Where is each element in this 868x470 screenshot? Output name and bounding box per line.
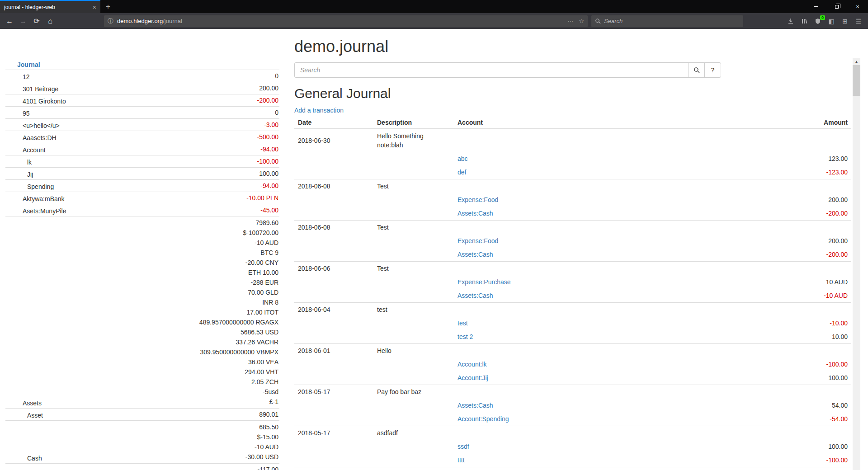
col-header-date: Date	[294, 117, 373, 129]
bookmark-star-icon[interactable]: ☆	[579, 18, 584, 24]
page-scrollbar[interactable]: ▲ ▼	[853, 58, 860, 470]
sidebar-account-link[interactable]: Aktywa:mBank	[23, 195, 65, 202]
posting-account-link[interactable]: test 2	[458, 333, 473, 340]
journal-header-row: Date Description Account Amount	[294, 117, 851, 129]
menu-button[interactable]: ☰	[852, 15, 865, 28]
sidebar-header-row: Journal	[5, 60, 279, 70]
posting-account-link[interactable]: Expense:Food	[458, 196, 498, 203]
window-controls: ×	[806, 0, 868, 13]
posting-row: Assets:Cash54.00	[294, 399, 851, 412]
transaction-description: Hello	[373, 344, 454, 358]
scrollbar-thumb[interactable]	[853, 65, 860, 96]
browser-tab[interactable]: journal - hledger-web ×	[0, 0, 100, 13]
transaction-date: 2018-06-30	[294, 129, 373, 152]
posting-amount: 10.00	[743, 330, 851, 344]
new-tab-button[interactable]: +	[100, 0, 116, 13]
page-actions-icon[interactable]: ⋯	[567, 18, 573, 24]
sidebar-accounts-body: 120301 Beiträge200.004101 Girokonto-200.…	[5, 70, 279, 470]
browser-search-bar[interactable]: Search	[591, 15, 743, 27]
posting-account-link[interactable]: Account:Jij	[458, 374, 488, 381]
search-submit-button[interactable]	[689, 62, 705, 78]
sidebar-account-link[interactable]: Jij	[27, 171, 33, 178]
sidebar-account-link[interactable]: Asset	[27, 412, 43, 419]
transaction-date: 2018-05-17	[294, 426, 373, 440]
apps-grid-button[interactable]: ⊞	[838, 15, 852, 28]
home-button[interactable]: ⌂	[43, 15, 57, 28]
posting-account-link[interactable]: Assets:Cash	[458, 402, 493, 409]
transaction-date: 2018-06-08	[294, 179, 373, 193]
sidebar-account-link[interactable]: Account	[23, 146, 46, 154]
tab-close-icon[interactable]: ×	[93, 4, 96, 10]
posting-account-link[interactable]: Assets:Cash	[458, 251, 493, 258]
posting-account-link[interactable]: Assets:Cash	[458, 292, 493, 299]
posting-account-link[interactable]: def	[458, 169, 466, 176]
reload-button[interactable]: ⟳	[30, 15, 43, 28]
url-bar[interactable]: ⓘ demo.hledger.org/journal ⋯ ☆	[104, 15, 588, 27]
sidebar-journal-link[interactable]: Journal	[17, 61, 40, 68]
section-title: General Journal	[294, 86, 851, 101]
browser-search-placeholder: Search	[604, 18, 623, 24]
sidebar-account-link[interactable]: lk	[27, 159, 32, 166]
sidebar-account-link[interactable]: Spending	[27, 183, 54, 190]
site-info-icon[interactable]: ⓘ	[108, 17, 113, 25]
account-balance: 309.950000000000 VBMPX	[125, 347, 278, 357]
posting-account-link[interactable]: Account:lk	[458, 361, 487, 368]
sidebar-account-link[interactable]: Cash	[27, 455, 42, 462]
search-icon	[693, 67, 700, 73]
account-balance: BTC 9	[125, 248, 278, 258]
posting-account-link[interactable]: Expense:Purchase	[458, 278, 511, 286]
posting-row: Account:Spending-54.00	[294, 412, 851, 426]
posting-amount: -200.00	[743, 207, 851, 221]
posting-account-link[interactable]: ssdf	[458, 443, 469, 450]
account-balance: -3.00	[125, 120, 278, 129]
account-balance: -10 AUD	[125, 238, 278, 248]
transaction-row: 2018-06-06Test	[294, 262, 851, 276]
back-button[interactable]: ←	[3, 15, 16, 28]
sidebar-account-link[interactable]: Aaasets:DH	[23, 134, 57, 141]
sidebar-account-link[interactable]: 95	[23, 110, 30, 117]
posting-amount: -100.00	[743, 453, 851, 467]
posting-account-link[interactable]: Assets:Cash	[458, 210, 493, 217]
scroll-up-arrow[interactable]: ▲	[853, 58, 860, 65]
col-header-amount: Amount	[743, 117, 851, 129]
account-balance: 890.01	[125, 410, 278, 419]
col-header-account: Account	[454, 117, 743, 129]
tab-title: journal - hledger-web	[4, 4, 89, 10]
posting-row: Expense:Purchase10 AUD	[294, 275, 851, 289]
posting-amount: 200.00	[743, 193, 851, 207]
sidebar-account-link[interactable]: Asets:MunyPile	[23, 207, 66, 215]
transaction-description: Hello Something note:blah	[373, 129, 454, 152]
sidebar-account-link[interactable]: Assets	[23, 400, 42, 407]
close-button[interactable]: ×	[847, 0, 868, 13]
library-icon	[801, 18, 807, 24]
journal-search-input[interactable]	[294, 62, 689, 78]
add-transaction-link[interactable]: Add a transaction	[294, 107, 344, 114]
account-balance: -10.00 PLN	[125, 193, 278, 202]
journal-search-form: ?	[294, 62, 721, 78]
posting-account-link[interactable]: Expense:Food	[458, 237, 498, 244]
sidebar-account-row: 950	[5, 107, 279, 119]
downloads-button[interactable]	[784, 15, 797, 28]
minimize-button[interactable]	[806, 0, 826, 13]
posting-row: tttt-100.00	[294, 453, 851, 467]
journal-table-body: 2018-06-30Hello Something note:blahabc12…	[294, 129, 851, 470]
search-help-button[interactable]: ?	[705, 62, 721, 78]
account-balance: -5usd	[125, 387, 278, 397]
sidebar-account-link[interactable]: 12	[23, 73, 30, 80]
sidebar-account-link[interactable]: <u>hello</u>	[23, 122, 60, 129]
sidebar-account-link[interactable]: 4101 Girokonto	[23, 98, 66, 105]
account-balance: 5686.53 USD	[125, 327, 278, 337]
extension-button[interactable]: 0	[811, 15, 825, 28]
sidebar-toggle-button[interactable]: ◧	[825, 15, 838, 28]
posting-account-link[interactable]: test	[458, 320, 468, 327]
forward-button[interactable]: →	[16, 15, 30, 28]
transaction-description: Test	[373, 467, 454, 470]
extension-badge: 0	[820, 15, 825, 20]
posting-account-link[interactable]: tttt	[458, 456, 465, 464]
posting-account-link[interactable]: abc	[458, 155, 468, 162]
transaction-row: 2018-05-17Pay foo bar baz	[294, 385, 851, 399]
posting-account-link[interactable]: Account:Spending	[458, 415, 509, 423]
sidebar-account-link[interactable]: 301 Beiträge	[23, 85, 58, 93]
library-button[interactable]	[797, 15, 811, 28]
restore-button[interactable]	[826, 0, 847, 13]
